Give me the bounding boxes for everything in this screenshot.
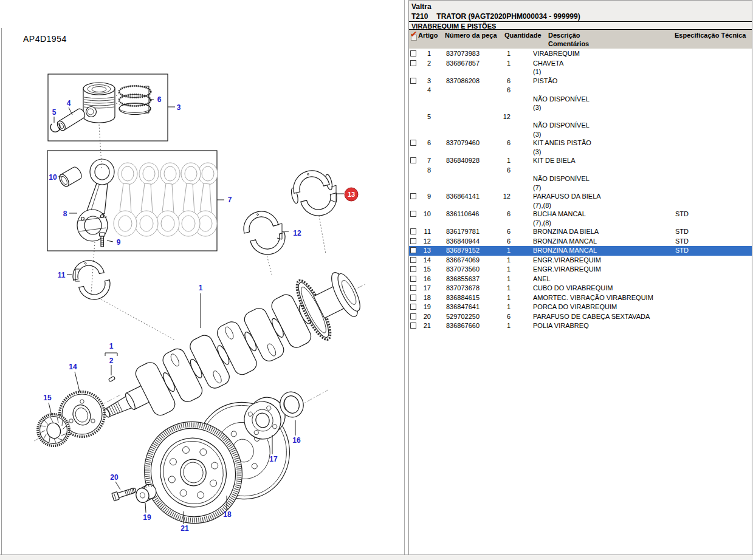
cell-part-number: 836847641 xyxy=(431,302,495,312)
row-checkbox[interactable] xyxy=(410,257,416,263)
cell-part-number: 836884615 xyxy=(431,293,495,302)
callout-label[interactable]: 3 xyxy=(177,103,181,112)
cell-description: VIRABREQUIM xyxy=(511,49,675,58)
cell-comment-line: (3) xyxy=(533,130,675,139)
cell-article: 17 xyxy=(420,284,431,293)
callout-label[interactable]: 17 xyxy=(269,455,278,463)
row-checkbox[interactable] xyxy=(410,247,416,253)
row-checkbox[interactable] xyxy=(410,78,416,84)
table-row[interactable]: 188368846151AMORTEC. VIBRAÇÃO VIRABREQUI… xyxy=(409,293,752,303)
cell-article: 10 xyxy=(420,210,431,219)
table-row[interactable]: 128368409446BRONZINA MANCALSTD xyxy=(409,237,752,247)
callout-label[interactable]: 1 xyxy=(109,342,114,350)
cell-article: 20 xyxy=(420,312,431,321)
callout-label[interactable]: 1 xyxy=(199,284,203,292)
table-row[interactable]: 38370862086PISTÃO xyxy=(409,77,752,86)
cell-article: 2 xyxy=(420,59,431,68)
callout-label[interactable]: 4 xyxy=(67,99,71,108)
callout-label[interactable]: 14 xyxy=(69,363,77,371)
cell-comment-line: NÃO DISPONÍVEL xyxy=(533,121,675,130)
table-row[interactable]: 86 NÃO DISPONÍVEL(7) xyxy=(409,166,752,193)
table-row[interactable]: 18370739831VIRABREQUIM xyxy=(409,49,752,59)
row-checkbox[interactable] xyxy=(410,313,416,319)
callout-label[interactable]: 5 xyxy=(52,108,57,117)
callout-label[interactable]: 19 xyxy=(143,513,151,522)
table-row[interactable]: 148366740691ENGR.VIRABREQUIM xyxy=(409,256,752,265)
table-row[interactable]: 158370735601ENGR.VIRABREQUIM xyxy=(409,265,752,275)
callout-label[interactable]: 6 xyxy=(157,95,162,104)
checkbox-cell xyxy=(409,256,420,265)
cell-article: 15 xyxy=(420,265,431,274)
conrod xyxy=(77,159,114,241)
row-checkbox[interactable] xyxy=(410,193,416,199)
callout-label[interactable]: 9 xyxy=(117,238,121,247)
callout-label[interactable]: 8 xyxy=(63,210,67,218)
callout-label[interactable]: 12 xyxy=(293,229,301,237)
row-checkbox[interactable] xyxy=(410,304,416,310)
cell-part-number: 836179781 xyxy=(431,227,495,236)
table-row[interactable]: 198368476411PORCA DO VIRABREQUIM xyxy=(409,302,752,312)
table-row[interactable]: 68370794606KIT ANEIS PISTÃO(3) xyxy=(409,138,752,156)
callout-label[interactable]: 7 xyxy=(228,196,232,204)
cell-article: 18 xyxy=(420,293,431,302)
cell-comment-line: (3) xyxy=(533,148,675,157)
callout-label[interactable]: 20 xyxy=(110,473,119,482)
cell-part-number: 837086208 xyxy=(431,77,495,86)
table-row[interactable]: 118361797816BRONZINA DA BIELASTD xyxy=(409,227,752,237)
table-row[interactable]: 512 NÃO DISPONÍVEL(3) xyxy=(409,112,752,139)
callout-label[interactable]: 18 xyxy=(223,510,232,519)
cell-spec: STD xyxy=(675,246,752,255)
cell-part-number: 836879152 xyxy=(431,246,495,255)
callout-label[interactable]: 15 xyxy=(43,394,52,402)
row-checkbox[interactable] xyxy=(410,211,416,217)
callout-label[interactable]: 21 xyxy=(181,524,189,533)
table-row[interactable]: 138368791521BRONZINA MANCALSTD xyxy=(409,246,752,256)
table-row[interactable]: 218368676601POLIA VIRABREQ xyxy=(409,321,752,331)
callout-label[interactable]: 16 xyxy=(292,436,301,445)
cell-description: BRONZINA DA BIELA xyxy=(511,227,675,236)
crank-gear-small xyxy=(38,414,69,446)
cell-description: POLIA VIRABREQ xyxy=(511,321,675,330)
checkbox-cell xyxy=(409,265,420,275)
main-bearing-11 xyxy=(67,257,114,302)
table-row[interactable]: 205297022506PARAFUSO DE CABEÇA SEXTAVADA xyxy=(409,312,752,322)
cell-article: 19 xyxy=(420,302,431,312)
table-row[interactable]: 78368409281KIT DE BIELA xyxy=(409,156,752,166)
callout-badge-label[interactable]: 13 xyxy=(348,191,355,198)
table-row[interactable]: 168368556371ANEL xyxy=(409,275,752,284)
cell-spec: STD xyxy=(675,210,752,219)
row-checkbox[interactable] xyxy=(410,266,416,272)
parts-catalog-window: AP4D1954 xyxy=(0,0,753,560)
col-header-spec: Especificação Técnica xyxy=(675,32,746,39)
row-checkbox[interactable] xyxy=(410,238,416,244)
callout-label[interactable]: 2 xyxy=(109,357,114,365)
row-checkbox[interactable] xyxy=(410,323,416,329)
checkbox-cell xyxy=(409,293,420,303)
table-row[interactable]: 108361106466BUCHA MANCAL(7),(8)STD xyxy=(409,210,752,227)
cell-quantity: 1 xyxy=(495,265,511,274)
row-checkbox[interactable] xyxy=(410,140,416,146)
cell-part-number: 836110646 xyxy=(431,210,495,219)
row-checkbox[interactable] xyxy=(410,157,416,163)
select-all-check[interactable]: ✔ xyxy=(410,32,419,41)
row-checkbox[interactable] xyxy=(410,285,416,291)
table-row[interactable]: 28368678571CHAVETA(1) xyxy=(409,59,752,77)
row-checkbox[interactable] xyxy=(410,50,416,56)
row-checkbox[interactable] xyxy=(410,276,416,282)
row-checkbox[interactable] xyxy=(410,228,416,234)
row-checkbox[interactable] xyxy=(410,295,416,301)
cell-article: 8 xyxy=(420,166,431,175)
table-row[interactable]: 983686414112PARAFUSO DA BIELA(7),(8) xyxy=(409,192,752,210)
table-row[interactable]: 178370736781CUBO DO VIRABREQUIM xyxy=(409,284,752,293)
cell-part-number: 837073983 xyxy=(431,49,495,58)
row-checkbox[interactable] xyxy=(410,60,416,66)
col-header-quantity: Quantidade xyxy=(504,32,542,39)
cell-description: CUBO DO VIRABREQUIM xyxy=(511,284,675,293)
ghost-conrods xyxy=(114,163,218,236)
cell-comment-line: (7) xyxy=(533,183,675,193)
callout-label[interactable]: 11 xyxy=(58,271,66,279)
checkbox-cell xyxy=(409,302,420,312)
conrod-box xyxy=(47,151,224,251)
callout-label[interactable]: 10 xyxy=(49,173,57,182)
table-row[interactable]: 46 NÃO DISPONÍVEL(3) xyxy=(409,86,752,112)
